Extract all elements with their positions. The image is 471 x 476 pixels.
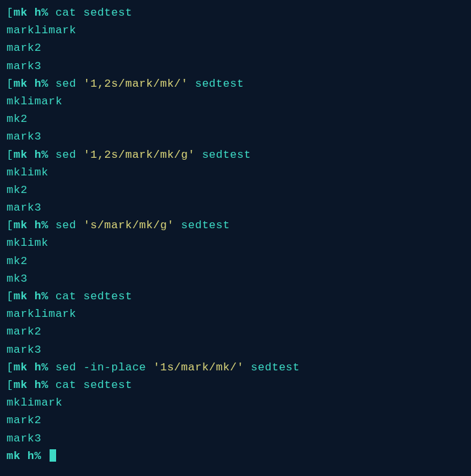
output-text: mk2 — [7, 184, 27, 196]
command-text: sedtest — [195, 149, 251, 161]
cursor-icon[interactable] — [50, 449, 56, 462]
terminal-line: mk h% — [7, 447, 464, 465]
output-text: mark3 — [7, 201, 42, 214]
command-text: sedtest — [188, 78, 244, 90]
bracket: [ — [7, 149, 14, 161]
terminal-line: mklimark — [7, 394, 464, 411]
command-text: sedtest — [244, 361, 300, 374]
shell-prompt: mk h% — [14, 149, 55, 161]
output-text: mklimk — [7, 237, 48, 249]
output-text: mk2 — [7, 255, 27, 267]
command-text: sed — [55, 78, 84, 90]
terminal-line: [mk h% sed '1,2s/mark/mk/' sedtest — [7, 75, 464, 93]
terminal-line: mark3 — [7, 199, 464, 216]
output-text: mark2 — [7, 325, 42, 338]
terminal-line: mark2 — [7, 411, 464, 429]
bracket: [ — [7, 78, 14, 90]
terminal-line: mark3 — [7, 430, 464, 447]
output-text: mark3 — [7, 60, 42, 72]
terminal-line: marklimark — [7, 305, 464, 323]
output-text: marklimark — [7, 308, 76, 320]
command-string-arg: '1s/mark/mk/' — [153, 361, 244, 374]
output-text: mklimark — [7, 396, 63, 409]
terminal-line: [mk h% sed '1,2s/mark/mk/g' sedtest — [7, 146, 464, 164]
shell-prompt: mk h% — [14, 361, 55, 374]
output-text: mklimark — [7, 95, 63, 108]
terminal-output[interactable]: [mk h% cat sedtestmarklimarkmark2mark3[m… — [7, 4, 464, 465]
command-string-arg: '1,2s/mark/mk/' — [84, 78, 189, 90]
shell-prompt: mk h% — [14, 379, 55, 391]
terminal-line: [mk h% cat sedtest — [7, 376, 464, 394]
output-text: mark3 — [7, 130, 42, 143]
output-text: mk3 — [7, 273, 27, 285]
output-text: mk2 — [7, 113, 27, 125]
terminal-line: [mk h% cat sedtest — [7, 4, 464, 22]
bracket: [ — [7, 379, 14, 391]
bracket: [ — [7, 7, 14, 19]
terminal-line: mk2 — [7, 181, 464, 199]
terminal-line: mark3 — [7, 341, 464, 359]
bracket: [ — [7, 361, 14, 374]
command-text: cat sedtest — [55, 290, 132, 303]
terminal-line: [mk h% cat sedtest — [7, 288, 464, 305]
output-text: mark2 — [7, 42, 42, 54]
output-text: mark3 — [7, 344, 42, 356]
command-string-arg: 's/mark/mk/g' — [84, 219, 174, 231]
shell-prompt: mk h% — [14, 7, 55, 19]
terminal-line: [mk h% sed -in-place '1s/mark/mk/' sedte… — [7, 359, 464, 376]
command-text: sedtest — [174, 219, 230, 231]
shell-prompt: mk h% — [14, 78, 55, 90]
bracket: [ — [7, 290, 14, 303]
output-text: mark3 — [7, 432, 42, 445]
terminal-line: mklimk — [7, 164, 464, 181]
terminal-line: mark3 — [7, 128, 464, 145]
terminal-line: mark3 — [7, 57, 464, 75]
terminal-line: mklimark — [7, 93, 464, 110]
terminal-line: [mk h% sed 's/mark/mk/g' sedtest — [7, 216, 464, 234]
terminal-line: mklimk — [7, 234, 464, 252]
shell-prompt: mk h% — [14, 219, 55, 231]
bracket: [ — [7, 219, 14, 231]
output-text: marklimark — [7, 24, 76, 37]
output-text: mklimk — [7, 166, 48, 179]
terminal-line: mk2 — [7, 252, 464, 270]
command-text: sed — [55, 219, 84, 231]
terminal-line: marklimark — [7, 22, 464, 39]
terminal-line: mark2 — [7, 39, 464, 57]
terminal-line: mk3 — [7, 270, 464, 288]
shell-prompt: mk h% — [7, 450, 48, 462]
command-text: sed — [55, 149, 84, 161]
command-text: sed -in-place — [55, 361, 153, 374]
output-text: mark2 — [7, 414, 42, 426]
shell-prompt: mk h% — [14, 290, 55, 303]
command-text: cat sedtest — [55, 7, 132, 19]
command-text: cat sedtest — [55, 379, 132, 391]
command-string-arg: '1,2s/mark/mk/g' — [84, 149, 195, 161]
terminal-line: mark2 — [7, 323, 464, 340]
terminal-line: mk2 — [7, 110, 464, 128]
